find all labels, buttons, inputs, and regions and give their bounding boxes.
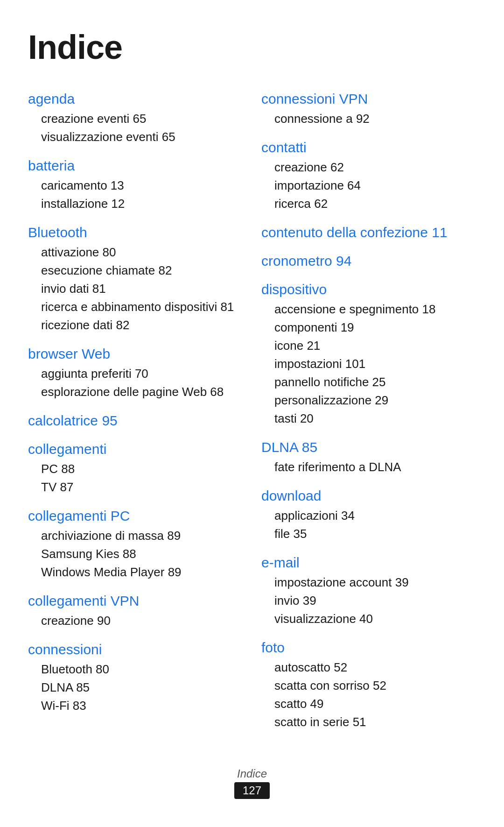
index-subitem: autoscatto 52 [261,658,476,677]
index-subitem: archiviazione di massa 89 [28,527,243,545]
index-section: batteriacaricamento 13installazione 12 [28,156,243,213]
index-section: browser Webaggiunta preferiti 70esploraz… [28,345,243,401]
index-heading[interactable]: browser Web [28,345,243,363]
index-section: contatticreazione 62importazione 64ricer… [261,138,476,213]
index-subitem: scatta con sorriso 52 [261,677,476,695]
index-subitem: personalizzazione 29 [261,391,476,410]
index-section: agendacreazione eventi 65visualizzazione… [28,90,243,146]
index-subitem: scatto 49 [261,695,476,713]
index-subitem: PC 88 [28,460,243,478]
index-heading[interactable]: e-mail [261,553,476,572]
index-subitem: Windows Media Player 89 [28,563,243,581]
index-subitem: file 35 [261,525,476,543]
index-subitem: attivazione 80 [28,243,243,262]
index-heading[interactable]: connessioni [28,640,243,658]
footer-label: Indice [0,767,504,780]
index-subitem: impostazioni 101 [261,355,476,373]
index-subitem: caricamento 13 [28,177,243,195]
index-heading[interactable]: collegamenti [28,440,243,458]
index-section: DLNA 85fate riferimento a DLNA [261,438,476,476]
index-section: calcolatrice 95 [28,411,243,430]
index-columns: agendacreazione eventi 65visualizzazione… [28,90,476,742]
index-subitem: accensione e spegnimento 18 [261,300,476,318]
left-column: agendacreazione eventi 65visualizzazione… [28,90,243,725]
index-subitem: ricerca e abbinamento dispositivi 81 [28,298,243,316]
index-heading[interactable]: download [261,487,476,505]
index-section: fotoautoscatto 52scatta con sorriso 52sc… [261,638,476,731]
index-subitem: esecuzione chiamate 82 [28,262,243,280]
index-subitem: DLNA 85 [28,679,243,697]
index-section: cronometro 94 [261,252,476,270]
index-heading[interactable]: collegamenti PC [28,507,243,525]
index-subitem: Samsung Kies 88 [28,545,243,563]
index-section: collegamenti VPNcreazione 90 [28,592,243,630]
index-subitem: visualizzazione 40 [261,610,476,628]
index-heading[interactable]: connessioni VPN [261,90,476,108]
index-subitem: applicazioni 34 [261,507,476,525]
index-subitem: creazione 90 [28,612,243,630]
index-subitem: creazione eventi 65 [28,110,243,128]
index-subitem: visualizzazione eventi 65 [28,128,243,146]
index-heading[interactable]: dispositivo [261,280,476,298]
index-section: collegamenti PCarchiviazione di massa 89… [28,507,243,581]
index-subitem: installazione 12 [28,195,243,213]
index-subitem: scatto in serie 51 [261,713,476,731]
index-subitem: ricerca 62 [261,195,476,213]
index-section: contenuto della confezione 11 [261,223,476,241]
index-subitem: aggiunta preferiti 70 [28,365,243,383]
index-heading[interactable]: foto [261,638,476,657]
index-subitem: creazione 62 [261,158,476,177]
index-subitem: tasti 20 [261,410,476,428]
index-heading[interactable]: agenda [28,90,243,108]
index-subitem: esplorazione delle pagine Web 68 [28,383,243,401]
index-subitem: icone 21 [261,337,476,355]
index-section: collegamentiPC 88TV 87 [28,440,243,496]
index-subitem: invio dati 81 [28,280,243,298]
index-subitem: Bluetooth 80 [28,660,243,679]
index-subitem: ricezione dati 82 [28,316,243,334]
index-subitem: Wi-Fi 83 [28,697,243,715]
index-section: Bluetoothattivazione 80esecuzione chiama… [28,223,243,334]
index-heading[interactable]: calcolatrice 95 [28,411,243,430]
right-column: connessioni VPNconnessione a 92contattic… [261,90,476,742]
index-section: connessioniBluetooth 80DLNA 85Wi-Fi 83 [28,640,243,715]
footer-page-number: 127 [234,782,270,799]
index-section: connessioni VPNconnessione a 92 [261,90,476,128]
index-subitem: TV 87 [28,478,243,496]
index-heading[interactable]: batteria [28,156,243,175]
index-subitem: fate riferimento a DLNA [261,458,476,476]
index-subitem: impostazione account 39 [261,573,476,592]
index-subitem: invio 39 [261,592,476,610]
index-heading[interactable]: cronometro 94 [261,252,476,270]
index-heading[interactable]: DLNA 85 [261,438,476,456]
index-subitem: importazione 64 [261,177,476,195]
index-heading[interactable]: contenuto della confezione 11 [261,223,476,241]
page-title: Indice [28,28,476,66]
index-subitem: pannello notifiche 25 [261,373,476,391]
index-heading[interactable]: contatti [261,138,476,156]
index-section: dispositivoaccensione e spegnimento 18co… [261,280,476,428]
index-heading[interactable]: collegamenti VPN [28,592,243,610]
index-heading[interactable]: Bluetooth [28,223,243,241]
index-section: e-mailimpostazione account 39invio 39vis… [261,553,476,628]
page-footer: Indice 127 [0,767,504,799]
index-subitem: connessione a 92 [261,110,476,128]
index-section: downloadapplicazioni 34file 35 [261,487,476,543]
index-subitem: componenti 19 [261,318,476,337]
